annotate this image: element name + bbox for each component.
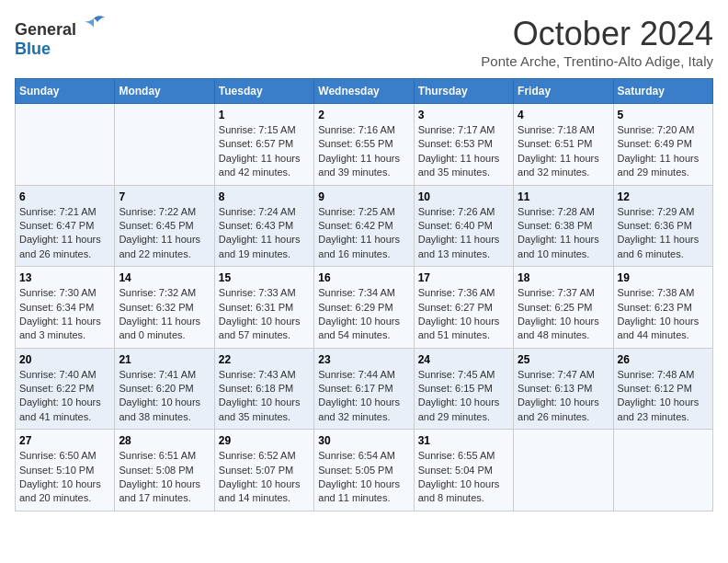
sunset-text: Sunset: 5:05 PM xyxy=(318,464,409,477)
logo: General Blue xyxy=(15,15,107,59)
day-info: Sunrise: 7:48 AMSunset: 6:12 PMDaylight:… xyxy=(618,368,709,425)
sunset-text: Sunset: 6:45 PM xyxy=(119,219,210,233)
calendar-cell: 31Sunrise: 6:55 AMSunset: 5:04 PMDayligh… xyxy=(414,430,513,511)
sunset-text: Sunset: 6:40 PM xyxy=(418,219,509,233)
calendar-cell: 4Sunrise: 7:18 AMSunset: 6:51 PMDaylight… xyxy=(514,104,613,186)
daylight-text: Daylight: 10 hours and 20 minutes. xyxy=(19,477,110,506)
sunrise-text: Sunrise: 7:30 AM xyxy=(19,286,110,300)
daylight-text: Daylight: 10 hours and 41 minutes. xyxy=(19,396,110,424)
calendar-cell: 15Sunrise: 7:33 AMSunset: 6:31 PMDayligh… xyxy=(214,267,313,349)
daylight-text: Daylight: 10 hours and 35 minutes. xyxy=(219,396,310,424)
day-number: 6 xyxy=(19,190,110,203)
calendar-cell: 28Sunrise: 6:51 AMSunset: 5:08 PMDayligh… xyxy=(115,430,214,511)
day-info: Sunrise: 6:50 AMSunset: 5:10 PMDaylight:… xyxy=(19,449,110,506)
day-info: Sunrise: 7:24 AMSunset: 6:43 PMDaylight:… xyxy=(219,205,310,262)
calendar-cell: 29Sunrise: 6:52 AMSunset: 5:07 PMDayligh… xyxy=(214,430,313,511)
day-number: 2 xyxy=(318,109,409,121)
sunrise-text: Sunrise: 6:52 AM xyxy=(219,449,310,463)
calendar-cell: 23Sunrise: 7:44 AMSunset: 6:17 PMDayligh… xyxy=(314,348,414,430)
day-number: 9 xyxy=(318,190,409,203)
sunset-text: Sunset: 5:08 PM xyxy=(119,464,210,477)
weekday-header-thursday: Thursday xyxy=(414,79,513,104)
daylight-text: Daylight: 11 hours and 42 minutes. xyxy=(219,152,310,180)
day-info: Sunrise: 7:34 AMSunset: 6:29 PMDaylight:… xyxy=(318,286,409,343)
calendar-cell: 17Sunrise: 7:36 AMSunset: 6:27 PMDayligh… xyxy=(414,267,513,349)
sunset-text: Sunset: 6:42 PM xyxy=(318,219,409,233)
day-number: 30 xyxy=(318,434,409,447)
day-info: Sunrise: 7:29 AMSunset: 6:36 PMDaylight:… xyxy=(618,205,709,262)
calendar-cell: 30Sunrise: 6:54 AMSunset: 5:05 PMDayligh… xyxy=(314,430,414,511)
sunrise-text: Sunrise: 7:18 AM xyxy=(518,123,609,137)
calendar-cell: 19Sunrise: 7:38 AMSunset: 6:23 PMDayligh… xyxy=(613,267,712,349)
sunset-text: Sunset: 6:34 PM xyxy=(19,301,110,315)
calendar-week-row: 6Sunrise: 7:21 AMSunset: 6:47 PMDaylight… xyxy=(16,185,713,267)
sunrise-text: Sunrise: 7:41 AM xyxy=(119,368,210,382)
sunset-text: Sunset: 6:51 PM xyxy=(518,137,609,151)
day-number: 7 xyxy=(119,190,210,203)
sunset-text: Sunset: 5:10 PM xyxy=(19,464,110,477)
daylight-text: Daylight: 10 hours and 23 minutes. xyxy=(618,396,709,424)
day-info: Sunrise: 7:33 AMSunset: 6:31 PMDaylight:… xyxy=(219,286,310,343)
daylight-text: Daylight: 10 hours and 57 minutes. xyxy=(219,315,310,343)
day-info: Sunrise: 7:47 AMSunset: 6:13 PMDaylight:… xyxy=(518,368,609,425)
sunset-text: Sunset: 6:18 PM xyxy=(219,382,310,396)
day-info: Sunrise: 7:20 AMSunset: 6:49 PMDaylight:… xyxy=(618,123,709,180)
day-info: Sunrise: 7:45 AMSunset: 6:15 PMDaylight:… xyxy=(418,368,509,425)
sunset-text: Sunset: 6:55 PM xyxy=(318,137,409,151)
day-info: Sunrise: 6:54 AMSunset: 5:05 PMDaylight:… xyxy=(318,449,409,506)
calendar-cell: 24Sunrise: 7:45 AMSunset: 6:15 PMDayligh… xyxy=(414,348,513,430)
sunset-text: Sunset: 6:53 PM xyxy=(418,137,509,151)
daylight-text: Daylight: 10 hours and 8 minutes. xyxy=(418,477,509,506)
sunset-text: Sunset: 6:32 PM xyxy=(119,301,210,315)
calendar-header: SundayMondayTuesdayWednesdayThursdayFrid… xyxy=(16,79,713,104)
day-number: 16 xyxy=(318,271,409,284)
sunrise-text: Sunrise: 7:33 AM xyxy=(219,286,310,300)
day-number: 18 xyxy=(518,271,609,284)
day-number: 8 xyxy=(219,190,310,203)
day-info: Sunrise: 7:38 AMSunset: 6:23 PMDaylight:… xyxy=(618,286,709,343)
calendar-cell: 21Sunrise: 7:41 AMSunset: 6:20 PMDayligh… xyxy=(115,348,214,430)
day-info: Sunrise: 7:36 AMSunset: 6:27 PMDaylight:… xyxy=(418,286,509,343)
daylight-text: Daylight: 10 hours and 44 minutes. xyxy=(618,315,709,343)
calendar-week-row: 20Sunrise: 7:40 AMSunset: 6:22 PMDayligh… xyxy=(16,348,713,430)
daylight-text: Daylight: 10 hours and 38 minutes. xyxy=(119,396,210,424)
day-info: Sunrise: 7:15 AMSunset: 6:57 PMDaylight:… xyxy=(219,123,310,180)
day-number: 11 xyxy=(518,190,609,203)
day-number: 14 xyxy=(119,271,210,284)
daylight-text: Daylight: 10 hours and 48 minutes. xyxy=(518,315,609,343)
sunrise-text: Sunrise: 7:40 AM xyxy=(19,368,110,382)
daylight-text: Daylight: 11 hours and 29 minutes. xyxy=(618,152,709,180)
day-info: Sunrise: 7:30 AMSunset: 6:34 PMDaylight:… xyxy=(19,286,110,343)
sunset-text: Sunset: 6:43 PM xyxy=(219,219,310,233)
day-number: 15 xyxy=(219,271,310,284)
title-block: October 2024 Ponte Arche, Trentino-Alto … xyxy=(481,15,713,69)
sunrise-text: Sunrise: 7:44 AM xyxy=(318,368,409,382)
calendar-cell: 5Sunrise: 7:20 AMSunset: 6:49 PMDaylight… xyxy=(613,104,712,186)
page-header: General Blue October 2024 Ponte Arche, T… xyxy=(15,15,713,69)
day-number: 21 xyxy=(119,353,210,366)
daylight-text: Daylight: 10 hours and 11 minutes. xyxy=(318,477,409,506)
calendar-cell: 9Sunrise: 7:25 AMSunset: 6:42 PMDaylight… xyxy=(314,185,414,267)
day-number: 20 xyxy=(19,353,110,366)
daylight-text: Daylight: 10 hours and 51 minutes. xyxy=(418,315,509,343)
sunset-text: Sunset: 6:49 PM xyxy=(618,137,709,151)
daylight-text: Daylight: 11 hours and 6 minutes. xyxy=(618,233,709,261)
calendar-cell: 3Sunrise: 7:17 AMSunset: 6:53 PMDaylight… xyxy=(414,104,513,186)
sunrise-text: Sunrise: 7:26 AM xyxy=(418,205,509,219)
day-info: Sunrise: 7:43 AMSunset: 6:18 PMDaylight:… xyxy=(219,368,310,425)
sunset-text: Sunset: 6:57 PM xyxy=(219,137,310,151)
calendar-cell: 20Sunrise: 7:40 AMSunset: 6:22 PMDayligh… xyxy=(16,348,115,430)
sunrise-text: Sunrise: 7:38 AM xyxy=(618,286,709,300)
weekday-header-sunday: Sunday xyxy=(16,79,115,104)
sunrise-text: Sunrise: 7:24 AM xyxy=(219,205,310,219)
day-info: Sunrise: 7:22 AMSunset: 6:45 PMDaylight:… xyxy=(119,205,210,262)
day-number: 19 xyxy=(618,271,709,284)
calendar-cell xyxy=(16,104,115,186)
sunset-text: Sunset: 5:04 PM xyxy=(418,464,509,477)
logo-general-text: General xyxy=(15,20,76,39)
daylight-text: Daylight: 11 hours and 0 minutes. xyxy=(119,315,210,343)
day-info: Sunrise: 6:51 AMSunset: 5:08 PMDaylight:… xyxy=(119,449,210,506)
calendar-cell: 2Sunrise: 7:16 AMSunset: 6:55 PMDaylight… xyxy=(314,104,414,186)
sunset-text: Sunset: 6:38 PM xyxy=(518,219,609,233)
day-info: Sunrise: 7:40 AMSunset: 6:22 PMDaylight:… xyxy=(19,368,110,425)
